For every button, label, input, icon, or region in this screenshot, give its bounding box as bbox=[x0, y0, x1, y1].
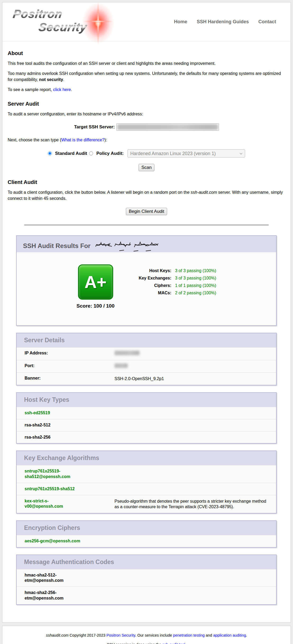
algorithm-name: aes256-gcm@openssh.com bbox=[17, 538, 115, 544]
standard-audit-radio[interactable] bbox=[48, 151, 52, 155]
nav-home[interactable]: Home bbox=[174, 19, 187, 25]
about-paragraph-1: This free tool audits the configuration … bbox=[8, 61, 285, 66]
main-card: Positron Security Home SSH Hardening Gui… bbox=[2, 2, 291, 623]
table-row: hmac-sha2-512-etm@openssh.com bbox=[17, 569, 276, 587]
row-label: IP Address: bbox=[17, 351, 115, 357]
footer-line2-period: . bbox=[185, 642, 186, 644]
score-label: Score: 100 / 100 bbox=[76, 303, 115, 309]
table-row: sntrup761x25519-sha512@openssh.com bbox=[17, 465, 276, 483]
stat-value: 1 of 1 passing (100%) bbox=[175, 283, 216, 288]
encryption-ciphers-title: Encryption Ciphers bbox=[17, 521, 276, 535]
table-row: hmac-sha2-256-etm@openssh.com bbox=[17, 587, 276, 604]
table-row-banner: Banner: SSH-2.0-OpenSSH_9.2p1 bbox=[17, 372, 276, 385]
algorithm-name: hmac-sha2-256-etm@openssh.com bbox=[17, 590, 115, 601]
algorithm-name: rsa-sha2-256 bbox=[17, 435, 115, 440]
algorithm-note: Pseudo-algorithm that denotes the peer s… bbox=[115, 498, 276, 510]
stat-value: 3 of 3 passing (100%) bbox=[175, 276, 216, 281]
stat-label: Key Exchanges: bbox=[128, 276, 171, 281]
footer-pentest-link[interactable]: penetration testing bbox=[173, 633, 205, 637]
macs-panel: Message Authentication Codes hmac-sha2-5… bbox=[16, 555, 277, 605]
table-row-ip: IP Address: bbox=[17, 347, 276, 360]
server-details-title: Server Details bbox=[17, 333, 276, 347]
row-value bbox=[115, 351, 276, 357]
row-value bbox=[115, 363, 276, 370]
sample-report-text: To see a sample report, bbox=[8, 87, 53, 92]
redacted-hostname-scribble bbox=[94, 239, 160, 252]
footer-services-text: . Our services include bbox=[135, 633, 173, 637]
about-p2-bold: not security bbox=[39, 77, 63, 82]
footer-period: . bbox=[246, 633, 247, 637]
table-row: kex-strict-s-v00@openssh.com Pseudo-algo… bbox=[17, 495, 276, 513]
page-content: About This free tool audits the configur… bbox=[2, 41, 291, 622]
table-row: rsa-sha2-256 bbox=[17, 431, 276, 443]
server-audit-intro: To audit a server configuration, enter i… bbox=[8, 111, 285, 117]
scan-button[interactable]: Scan bbox=[139, 164, 155, 171]
footer-ssh-audit-tool-link[interactable]: ssh-audit tool bbox=[162, 642, 185, 644]
main-nav: Home SSH Hardening Guides Contact bbox=[174, 19, 276, 25]
host-key-types-panel: Host Key Types ssh-ed25519 rsa-sha2-512 … bbox=[16, 392, 277, 444]
site-header: Positron Security Home SSH Hardening Gui… bbox=[2, 2, 291, 41]
scan-type-options-row: Standard Audit Policy Audit: Hardened Am… bbox=[8, 149, 285, 157]
stat-value: 3 of 3 passing (100%) bbox=[175, 268, 216, 273]
policy-audit-radio[interactable] bbox=[89, 151, 93, 155]
positron-security-logo[interactable]: Positron Security bbox=[8, 5, 122, 38]
algorithm-name: sntrup761x25519-sha512@openssh.com bbox=[17, 469, 115, 480]
algorithm-name: rsa-sha2-512 bbox=[17, 422, 115, 428]
scan-type-text-after: ): bbox=[104, 138, 107, 142]
target-server-label: Target SSH Server: bbox=[74, 124, 115, 130]
algorithm-name: hmac-sha2-512-etm@openssh.com bbox=[17, 573, 115, 584]
about-paragraph-2: Too many admins overlook SSH configurati… bbox=[8, 71, 285, 83]
redacted-port-value bbox=[115, 363, 128, 368]
sample-report-period: . bbox=[71, 87, 72, 92]
stat-row-key-exchanges: Key Exchanges: 3 of 3 passing (100%) bbox=[128, 274, 216, 282]
macs-title: Message Authentication Codes bbox=[17, 555, 276, 569]
algorithm-note bbox=[115, 486, 276, 492]
site-footer: sshaudit.com Copyright 2017-2023 Positro… bbox=[2, 626, 291, 644]
stat-row-macs: MACs: 2 of 2 passing (100%) bbox=[128, 289, 216, 297]
key-exchange-title: Key Exchange Algorithms bbox=[17, 451, 276, 465]
policy-select-wrap: Hardened Amazon Linux 2023 (version 1) bbox=[127, 149, 245, 157]
table-row: ssh-ed25519 bbox=[17, 407, 276, 419]
scan-type-difference-link[interactable]: What is the difference? bbox=[61, 138, 104, 142]
server-details-panel: Server Details IP Address: Port: Banner:… bbox=[16, 333, 277, 385]
encryption-ciphers-panel: Encryption Ciphers aes256-gcm@openssh.co… bbox=[16, 520, 277, 548]
stat-value: 2 of 2 passing (100%) bbox=[175, 291, 216, 295]
scan-button-row: Scan bbox=[8, 164, 285, 171]
footer-scanning-text: SSH scanning is done using the bbox=[107, 642, 162, 644]
stat-row-host-keys: Host Keys: 3 of 3 passing (100%) bbox=[128, 267, 216, 274]
logo-word-security: Security bbox=[38, 21, 88, 34]
footer-company-link[interactable]: Positron Security bbox=[107, 633, 135, 637]
table-row: rsa-sha2-512 bbox=[17, 419, 276, 431]
key-exchange-panel: Key Exchange Algorithms sntrup761x25519-… bbox=[16, 451, 277, 514]
nav-ssh-hardening-guides[interactable]: SSH Hardening Guides bbox=[197, 19, 249, 25]
footer-copyright: Copyright 2017-2023 bbox=[68, 633, 107, 637]
client-audit-button-row: Begin Client Audit bbox=[8, 208, 285, 215]
footer-and-text: and bbox=[205, 633, 213, 637]
sample-report-link[interactable]: click here bbox=[53, 87, 71, 92]
ssh-audit-results-panel: SSH Audit Results For A+ S bbox=[16, 235, 277, 326]
table-row: aes256-gcm@openssh.com bbox=[17, 535, 276, 547]
grade-letter: A+ bbox=[84, 272, 107, 292]
footer-line-1: sshaudit.com Copyright 2017-2023 Positro… bbox=[2, 633, 291, 637]
nav-contact[interactable]: Contact bbox=[258, 19, 276, 25]
algorithm-name: sntrup761x25519-sha512 bbox=[17, 486, 115, 492]
host-key-types-title: Host Key Types bbox=[17, 393, 276, 407]
table-row: sntrup761x25519-sha512 bbox=[17, 483, 276, 495]
results-body: A+ Score: 100 / 100 Host Keys: 3 of 3 pa… bbox=[17, 252, 276, 325]
begin-client-audit-button[interactable]: Begin Client Audit bbox=[126, 208, 167, 215]
algorithm-name: kex-strict-s-v00@openssh.com bbox=[17, 498, 115, 510]
footer-line-2: SSH scanning is done using the ssh-audit… bbox=[2, 642, 291, 644]
redacted-target-value bbox=[117, 124, 218, 130]
standard-audit-label[interactable]: Standard Audit bbox=[55, 151, 87, 156]
results-stats: Host Keys: 3 of 3 passing (100%) Key Exc… bbox=[128, 267, 216, 309]
scan-type-paragraph: Next, choose the scan type (What is the … bbox=[8, 137, 285, 143]
algorithm-name: ssh-ed25519 bbox=[17, 410, 115, 416]
row-label: Banner: bbox=[17, 376, 115, 382]
footer-audit-link[interactable]: application auditing bbox=[213, 633, 246, 637]
stat-label: Host Keys: bbox=[128, 268, 171, 273]
algorithm-note bbox=[115, 469, 276, 480]
target-server-input[interactable] bbox=[116, 123, 219, 131]
policy-audit-label[interactable]: Policy Audit: bbox=[96, 151, 123, 156]
policy-select[interactable]: Hardened Amazon Linux 2023 (version 1) bbox=[127, 149, 245, 157]
client-audit-paragraph: To audit a client configuration, click t… bbox=[8, 190, 285, 201]
